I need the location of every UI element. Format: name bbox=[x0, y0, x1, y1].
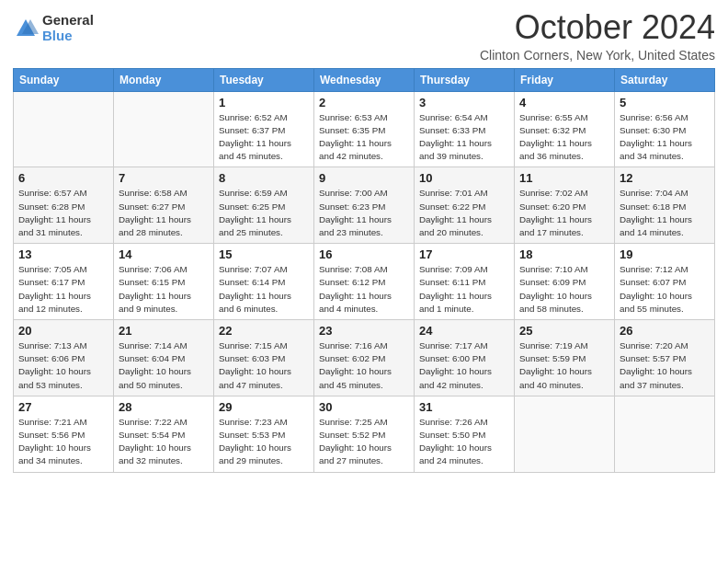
header: General Blue October 2024 Clinton Corner… bbox=[13, 9, 715, 63]
day-number: 28 bbox=[119, 400, 209, 414]
day-info: Sunrise: 7:10 AM Sunset: 6:09 PM Dayligh… bbox=[519, 263, 609, 316]
table-row: 22Sunrise: 7:15 AM Sunset: 6:03 PM Dayli… bbox=[214, 320, 314, 396]
table-row: 26Sunrise: 7:20 AM Sunset: 5:57 PM Dayli… bbox=[615, 320, 715, 396]
col-sunday: Sunday bbox=[14, 68, 114, 91]
logo-icon bbox=[13, 16, 39, 41]
day-info: Sunrise: 6:57 AM Sunset: 6:28 PM Dayligh… bbox=[18, 187, 108, 239]
table-row: 1Sunrise: 6:52 AM Sunset: 6:37 PM Daylig… bbox=[214, 91, 314, 167]
day-number: 12 bbox=[620, 171, 710, 185]
day-info: Sunrise: 7:01 AM Sunset: 6:22 PM Dayligh… bbox=[419, 187, 509, 239]
table-row: 15Sunrise: 7:07 AM Sunset: 6:14 PM Dayli… bbox=[214, 244, 314, 320]
day-number: 27 bbox=[18, 400, 108, 414]
day-number: 25 bbox=[519, 324, 609, 338]
day-info: Sunrise: 7:13 AM Sunset: 6:06 PM Dayligh… bbox=[18, 339, 108, 392]
day-info: Sunrise: 7:08 AM Sunset: 6:12 PM Dayligh… bbox=[319, 263, 409, 316]
col-wednesday: Wednesday bbox=[314, 68, 415, 91]
table-row: 19Sunrise: 7:12 AM Sunset: 6:07 PM Dayli… bbox=[615, 244, 715, 320]
day-info: Sunrise: 7:12 AM Sunset: 6:07 PM Dayligh… bbox=[620, 263, 710, 316]
day-number: 29 bbox=[219, 400, 309, 414]
day-number: 6 bbox=[18, 171, 108, 185]
table-row: 10Sunrise: 7:01 AM Sunset: 6:22 PM Dayli… bbox=[415, 167, 515, 244]
day-number: 1 bbox=[219, 96, 309, 109]
day-number: 10 bbox=[419, 171, 509, 185]
day-number: 26 bbox=[620, 324, 710, 338]
day-number: 3 bbox=[419, 96, 509, 109]
table-row: 30Sunrise: 7:25 AM Sunset: 5:52 PM Dayli… bbox=[314, 396, 415, 472]
day-info: Sunrise: 7:17 AM Sunset: 6:00 PM Dayligh… bbox=[419, 339, 509, 392]
day-number: 20 bbox=[18, 324, 108, 338]
calendar-week-row: 20Sunrise: 7:13 AM Sunset: 6:06 PM Dayli… bbox=[14, 320, 715, 396]
day-number: 7 bbox=[119, 171, 209, 185]
day-info: Sunrise: 7:21 AM Sunset: 5:56 PM Dayligh… bbox=[18, 416, 108, 468]
day-info: Sunrise: 7:16 AM Sunset: 6:02 PM Dayligh… bbox=[319, 339, 409, 392]
table-row: 27Sunrise: 7:21 AM Sunset: 5:56 PM Dayli… bbox=[14, 396, 114, 472]
month-title: October 2024 bbox=[480, 9, 715, 46]
calendar-week-row: 13Sunrise: 7:05 AM Sunset: 6:17 PM Dayli… bbox=[14, 244, 715, 320]
table-row: 12Sunrise: 7:04 AM Sunset: 6:18 PM Dayli… bbox=[615, 167, 715, 244]
day-info: Sunrise: 7:19 AM Sunset: 5:59 PM Dayligh… bbox=[519, 339, 609, 392]
table-row: 31Sunrise: 7:26 AM Sunset: 5:50 PM Dayli… bbox=[415, 396, 515, 472]
day-info: Sunrise: 7:20 AM Sunset: 5:57 PM Dayligh… bbox=[620, 339, 710, 392]
day-number: 4 bbox=[519, 96, 609, 109]
table-row bbox=[14, 91, 114, 167]
day-number: 14 bbox=[119, 247, 209, 261]
table-row: 28Sunrise: 7:22 AM Sunset: 5:54 PM Dayli… bbox=[114, 396, 214, 472]
table-row: 25Sunrise: 7:19 AM Sunset: 5:59 PM Dayli… bbox=[515, 320, 615, 396]
col-friday: Friday bbox=[515, 68, 615, 91]
day-info: Sunrise: 7:25 AM Sunset: 5:52 PM Dayligh… bbox=[319, 416, 409, 468]
table-row: 8Sunrise: 6:59 AM Sunset: 6:25 PM Daylig… bbox=[214, 167, 314, 244]
table-row: 5Sunrise: 6:56 AM Sunset: 6:30 PM Daylig… bbox=[615, 91, 715, 167]
day-info: Sunrise: 7:14 AM Sunset: 6:04 PM Dayligh… bbox=[119, 339, 209, 392]
col-saturday: Saturday bbox=[615, 68, 715, 91]
calendar-table: Sunday Monday Tuesday Wednesday Thursday… bbox=[13, 68, 715, 473]
table-row: 6Sunrise: 6:57 AM Sunset: 6:28 PM Daylig… bbox=[14, 167, 114, 244]
col-monday: Monday bbox=[114, 68, 214, 91]
day-info: Sunrise: 6:52 AM Sunset: 6:37 PM Dayligh… bbox=[219, 111, 309, 164]
day-info: Sunrise: 6:54 AM Sunset: 6:33 PM Dayligh… bbox=[419, 111, 509, 164]
day-info: Sunrise: 6:53 AM Sunset: 6:35 PM Dayligh… bbox=[319, 111, 409, 164]
table-row: 18Sunrise: 7:10 AM Sunset: 6:09 PM Dayli… bbox=[515, 244, 615, 320]
day-number: 24 bbox=[419, 324, 509, 338]
col-thursday: Thursday bbox=[415, 68, 515, 91]
day-number: 8 bbox=[219, 171, 309, 185]
day-number: 22 bbox=[219, 324, 309, 338]
col-tuesday: Tuesday bbox=[214, 68, 314, 91]
table-row: 13Sunrise: 7:05 AM Sunset: 6:17 PM Dayli… bbox=[14, 244, 114, 320]
table-row: 11Sunrise: 7:02 AM Sunset: 6:20 PM Dayli… bbox=[515, 167, 615, 244]
day-info: Sunrise: 6:56 AM Sunset: 6:30 PM Dayligh… bbox=[620, 111, 710, 164]
day-number: 18 bbox=[519, 247, 609, 261]
day-number: 9 bbox=[319, 171, 409, 185]
day-info: Sunrise: 7:06 AM Sunset: 6:15 PM Dayligh… bbox=[119, 263, 209, 316]
day-number: 17 bbox=[419, 247, 509, 261]
day-info: Sunrise: 6:58 AM Sunset: 6:27 PM Dayligh… bbox=[119, 187, 209, 239]
day-info: Sunrise: 7:23 AM Sunset: 5:53 PM Dayligh… bbox=[219, 416, 309, 468]
table-row: 2Sunrise: 6:53 AM Sunset: 6:35 PM Daylig… bbox=[314, 91, 415, 167]
day-info: Sunrise: 7:05 AM Sunset: 6:17 PM Dayligh… bbox=[18, 263, 108, 316]
table-row: 16Sunrise: 7:08 AM Sunset: 6:12 PM Dayli… bbox=[314, 244, 415, 320]
table-row: 21Sunrise: 7:14 AM Sunset: 6:04 PM Dayli… bbox=[114, 320, 214, 396]
page: General Blue October 2024 Clinton Corner… bbox=[0, 0, 728, 563]
title-block: October 2024 Clinton Corners, New York, … bbox=[480, 9, 715, 63]
day-number: 13 bbox=[18, 247, 108, 261]
table-row: 4Sunrise: 6:55 AM Sunset: 6:32 PM Daylig… bbox=[515, 91, 615, 167]
day-info: Sunrise: 7:07 AM Sunset: 6:14 PM Dayligh… bbox=[219, 263, 309, 316]
table-row: 17Sunrise: 7:09 AM Sunset: 6:11 PM Dayli… bbox=[415, 244, 515, 320]
table-row: 24Sunrise: 7:17 AM Sunset: 6:00 PM Dayli… bbox=[415, 320, 515, 396]
day-number: 11 bbox=[519, 171, 609, 185]
day-number: 31 bbox=[419, 400, 509, 414]
day-info: Sunrise: 7:04 AM Sunset: 6:18 PM Dayligh… bbox=[620, 187, 710, 239]
day-info: Sunrise: 7:26 AM Sunset: 5:50 PM Dayligh… bbox=[419, 416, 509, 468]
calendar-header-row: Sunday Monday Tuesday Wednesday Thursday… bbox=[14, 68, 715, 91]
day-number: 5 bbox=[620, 96, 710, 109]
table-row bbox=[515, 396, 615, 472]
logo-blue-text: Blue bbox=[42, 29, 94, 44]
day-number: 23 bbox=[319, 324, 409, 338]
day-info: Sunrise: 7:15 AM Sunset: 6:03 PM Dayligh… bbox=[219, 339, 309, 392]
day-number: 21 bbox=[119, 324, 209, 338]
day-number: 19 bbox=[620, 247, 710, 261]
day-info: Sunrise: 7:09 AM Sunset: 6:11 PM Dayligh… bbox=[419, 263, 509, 316]
table-row: 29Sunrise: 7:23 AM Sunset: 5:53 PM Dayli… bbox=[214, 396, 314, 472]
table-row bbox=[114, 91, 214, 167]
day-info: Sunrise: 7:00 AM Sunset: 6:23 PM Dayligh… bbox=[319, 187, 409, 239]
day-number: 2 bbox=[319, 96, 409, 109]
